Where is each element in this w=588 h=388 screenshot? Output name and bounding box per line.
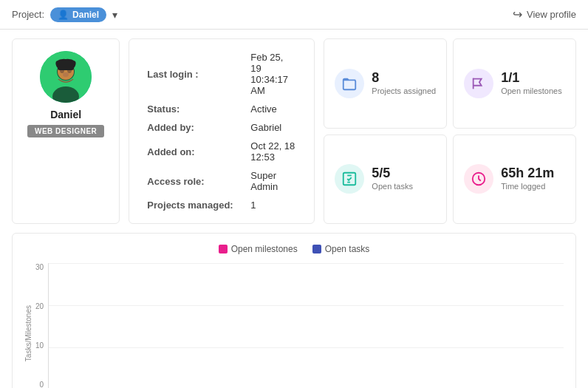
info-label: Added on: bbox=[141, 137, 245, 166]
stat-card-projects-assigned: 8Projects assigned bbox=[324, 38, 447, 129]
project-label: Project: bbox=[12, 9, 44, 20]
y-axis-title: Tasks/Milestones bbox=[24, 305, 33, 361]
legend-item: Open tasks bbox=[312, 244, 370, 254]
info-row: Last login :Feb 25, 19 10:34:17 AM bbox=[141, 48, 302, 100]
view-profile-label: View profile bbox=[527, 9, 576, 20]
share-icon: ↪ bbox=[513, 7, 522, 21]
chart-body: Marketing preachers bbox=[48, 263, 564, 388]
time-logged-icon bbox=[464, 164, 493, 194]
open-milestones-label: Open milestones bbox=[501, 86, 562, 96]
projects-assigned-text: 8Projects assigned bbox=[372, 71, 436, 96]
info-table: Last login :Feb 25, 19 10:34:17 AMStatus… bbox=[141, 48, 302, 214]
info-value: Feb 25, 19 10:34:17 AM bbox=[245, 48, 302, 100]
y-axis-label: 0 bbox=[40, 381, 44, 388]
info-card: Last login :Feb 25, 19 10:34:17 AMStatus… bbox=[129, 38, 315, 224]
user-badge[interactable]: Daniel bbox=[50, 7, 106, 22]
projects-assigned-value: 8 bbox=[372, 71, 436, 86]
top-section: Daniel WEB DESIGNER Last login :Feb 25, … bbox=[12, 38, 576, 224]
time-logged-label: Time logged bbox=[501, 181, 554, 191]
info-label: Status: bbox=[141, 100, 245, 118]
stat-card-open-milestones: 1/1Open milestones bbox=[453, 38, 576, 129]
info-row: Added by:Gabriel bbox=[141, 118, 302, 137]
chart-grid bbox=[48, 263, 564, 388]
time-logged-text: 65h 21mTime logged bbox=[501, 166, 554, 191]
projects-assigned-label: Projects assigned bbox=[372, 86, 436, 96]
chevron-down-icon[interactable]: ▾ bbox=[112, 9, 117, 21]
info-row: Projects managed:1 bbox=[141, 196, 302, 214]
main-content: Daniel WEB DESIGNER Last login :Feb 25, … bbox=[0, 30, 588, 388]
info-row: Access role:Super Admin bbox=[141, 166, 302, 196]
time-logged-value: 65h 21m bbox=[501, 166, 554, 181]
info-label: Projects managed: bbox=[141, 196, 245, 214]
info-value[interactable]: Gabriel bbox=[245, 118, 302, 137]
grid-line bbox=[49, 263, 564, 264]
projects-assigned-icon bbox=[335, 69, 364, 98]
bars-container bbox=[56, 263, 556, 388]
info-label: Access role: bbox=[141, 166, 245, 196]
open-milestones-value: 1/1 bbox=[501, 71, 562, 86]
info-row: Added on:Oct 22, 18 12:53 bbox=[141, 137, 302, 166]
legend-color-icon bbox=[312, 245, 321, 253]
avatar bbox=[40, 51, 92, 103]
info-label: Added by: bbox=[141, 118, 245, 137]
legend-color-icon bbox=[219, 245, 228, 253]
open-tasks-value: 5/5 bbox=[372, 166, 413, 181]
stat-card-open-tasks: 5/5Open tasks bbox=[324, 135, 447, 225]
open-tasks-text: 5/5Open tasks bbox=[372, 166, 413, 191]
profile-name: Daniel bbox=[50, 109, 81, 120]
y-axis-label: 10 bbox=[35, 341, 44, 350]
chart-legend: Open milestonesOpen tasks bbox=[24, 244, 564, 254]
info-value: Active bbox=[245, 100, 302, 118]
open-tasks-icon bbox=[335, 164, 364, 194]
profile-role: WEB DESIGNER bbox=[27, 125, 104, 137]
info-value: 1 bbox=[245, 196, 302, 214]
legend-label: Open milestones bbox=[231, 244, 298, 254]
y-axis-label: 20 bbox=[35, 302, 44, 310]
header: Project: Daniel ▾ ↪ View profile bbox=[0, 0, 588, 30]
y-axis: 3020100 bbox=[35, 263, 48, 388]
chart-section: Open milestonesOpen tasks Tasks/Mileston… bbox=[12, 233, 576, 388]
svg-point-6 bbox=[63, 72, 69, 77]
info-value: Oct 22, 18 12:53 bbox=[245, 137, 302, 166]
legend-item: Open milestones bbox=[219, 244, 298, 254]
stat-card-time-logged: 65h 21mTime logged bbox=[453, 135, 576, 225]
open-milestones-icon bbox=[464, 69, 493, 98]
info-label: Last login : bbox=[141, 48, 245, 100]
info-row: Status:Active bbox=[141, 100, 302, 118]
profile-card: Daniel WEB DESIGNER bbox=[12, 38, 120, 224]
chart-area: Tasks/Milestones 3020100 Marketing preac… bbox=[24, 263, 564, 388]
stats-section: 8Projects assigned1/1Open milestones5/5O… bbox=[324, 38, 576, 224]
info-value: Super Admin bbox=[245, 166, 302, 196]
view-profile-button[interactable]: ↪ View profile bbox=[513, 7, 576, 21]
open-milestones-text: 1/1Open milestones bbox=[501, 71, 562, 96]
legend-label: Open tasks bbox=[325, 244, 370, 254]
y-axis-label: 30 bbox=[35, 263, 44, 271]
open-tasks-label: Open tasks bbox=[372, 181, 413, 191]
grid-line bbox=[49, 347, 564, 348]
user-badge-name: Daniel bbox=[72, 10, 99, 20]
grid-line bbox=[49, 305, 564, 306]
